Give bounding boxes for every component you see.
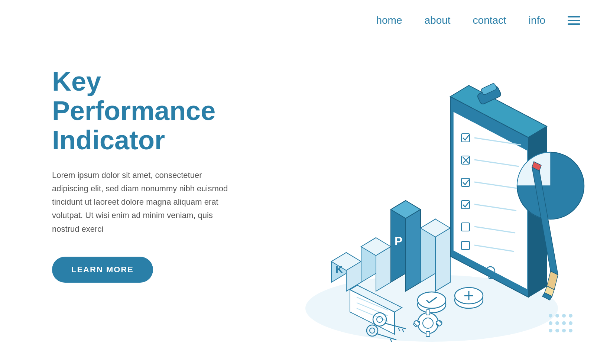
svg-point-81 [549, 329, 552, 332]
kpi-illustration: .stroke { fill: none; stroke: #2a7fa8; s… [268, 52, 588, 342]
svg-point-74 [555, 314, 559, 318]
svg-point-84 [569, 329, 572, 332]
svg-point-63 [418, 313, 438, 334]
nav-info[interactable]: info [529, 14, 545, 26]
hamburger-menu-icon[interactable] [568, 16, 580, 25]
svg-text:K: K [335, 264, 343, 275]
svg-marker-10 [406, 209, 421, 291]
svg-point-83 [562, 329, 566, 332]
svg-point-75 [562, 314, 566, 318]
navbar: home about contact info [0, 0, 610, 41]
svg-point-79 [562, 321, 566, 325]
nav-about[interactable]: about [424, 14, 450, 26]
svg-marker-14 [435, 228, 450, 291]
svg-point-76 [569, 314, 572, 318]
svg-point-77 [549, 321, 552, 325]
svg-point-58 [418, 292, 446, 308]
hero-description: Lorem ipsum dolor sit amet, consectetuer… [52, 169, 230, 236]
svg-point-82 [555, 329, 559, 332]
nav-contact[interactable]: contact [473, 14, 506, 26]
svg-point-78 [555, 321, 559, 325]
hero-content: Key Performance Indicator Lorem ipsum do… [52, 67, 245, 283]
svg-text:P: P [395, 234, 402, 248]
learn-more-button[interactable]: LEARN MORE [52, 257, 153, 283]
svg-point-80 [569, 321, 572, 325]
svg-point-73 [549, 314, 552, 318]
svg-rect-65 [426, 310, 430, 315]
kpi-svg-illustration: .stroke { fill: none; stroke: #2a7fa8; s… [268, 52, 588, 342]
page-title: Key Performance Indicator [52, 67, 245, 155]
svg-rect-66 [426, 331, 430, 337]
nav-home[interactable]: home [376, 14, 402, 26]
